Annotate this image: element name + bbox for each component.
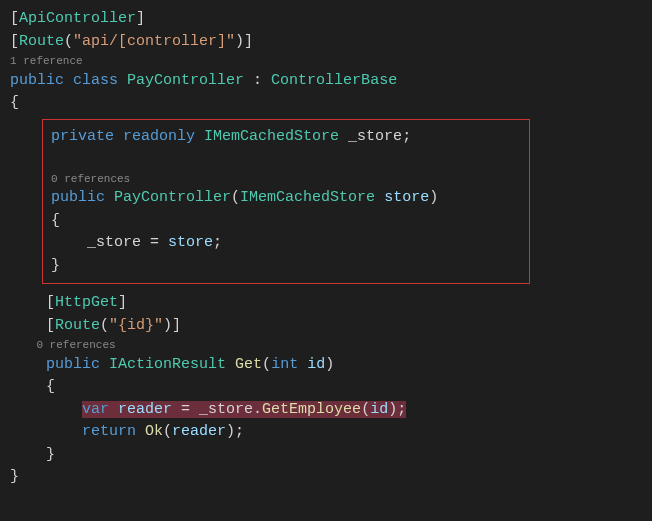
assignment-line: _store = store; (51, 232, 521, 255)
return-keyword: return (82, 423, 136, 440)
return-line: return Ok(reader); (10, 421, 642, 444)
method-brace-close: } (10, 444, 642, 467)
readonly-keyword: readonly (123, 128, 195, 145)
id-param: id (307, 356, 325, 373)
field-declaration: private readonly IMemCachedStore _store; (51, 126, 521, 149)
route-attr: Route (19, 33, 64, 50)
reference-count-1[interactable]: 1 reference (10, 53, 642, 70)
return-type: IActionResult (109, 356, 226, 373)
field-name: _store (348, 128, 402, 145)
class-declaration: public class PayController : ControllerB… (10, 70, 642, 93)
class-name: PayController (127, 72, 244, 89)
ctor-brace-open: { (51, 210, 521, 233)
reference-count-3[interactable]: 0 references (10, 337, 642, 354)
reference-count-2[interactable]: 0 references (51, 171, 521, 188)
attribute-line-1: [ApiController] (10, 8, 642, 31)
ok-call: Ok (145, 423, 163, 440)
highlighted-region: private readonly IMemCachedStore _store;… (42, 119, 530, 285)
constructor-name: PayController (114, 189, 231, 206)
method-brace-open: { (10, 376, 642, 399)
private-keyword: private (51, 128, 114, 145)
var-keyword: var (82, 401, 109, 418)
attribute-line-2: [Route("api/[controller]")] (10, 31, 642, 54)
base-class: ControllerBase (271, 72, 397, 89)
ctor-brace-close: } (51, 255, 521, 278)
class-keyword: class (73, 72, 118, 89)
getemployee-call: GetEmployee (262, 401, 361, 418)
method-name: Get (235, 356, 262, 373)
route-id-string: "{id}" (109, 317, 163, 334)
public-keyword: public (10, 72, 64, 89)
param-name: store (384, 189, 429, 206)
constructor-declaration: public PayController(IMemCachedStore sto… (51, 187, 521, 210)
class-brace-open: { (10, 92, 642, 115)
httpget-attr-line: [HttpGet] (10, 292, 642, 315)
var-reader-line: var reader = _store.GetEmployee(id); (10, 399, 642, 422)
httpget-attr: HttpGet (55, 294, 118, 311)
int-keyword: int (271, 356, 298, 373)
method-declaration: public IActionResult Get(int id) (10, 354, 642, 377)
route-string: "api/[controller]" (73, 33, 235, 50)
route-attr-line-2: [Route("{id}")] (10, 315, 642, 338)
reader-var: reader (118, 401, 172, 418)
class-brace-close: } (10, 466, 642, 489)
field-type: IMemCachedStore (204, 128, 339, 145)
apicontroller-attr: ApiController (19, 10, 136, 27)
param-type: IMemCachedStore (240, 189, 375, 206)
